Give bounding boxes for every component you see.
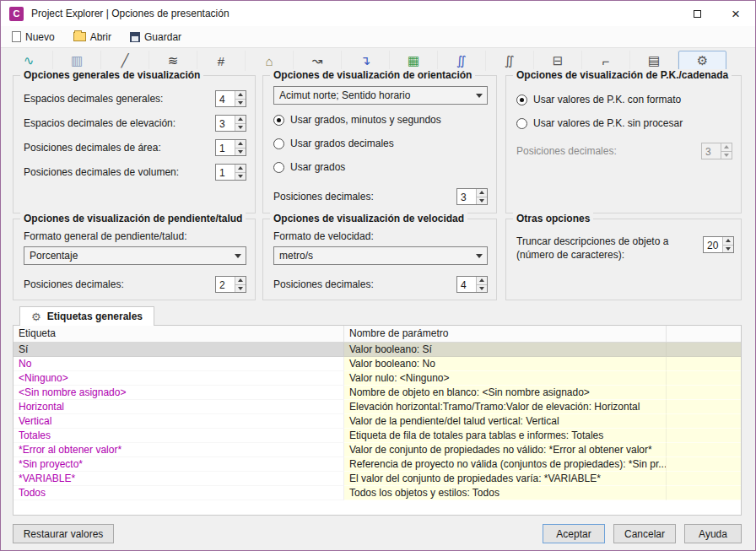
radio-grados-decimales[interactable]: Usar grados decimales xyxy=(273,137,394,150)
spin-down-button[interactable] xyxy=(723,246,733,253)
table-row[interactable]: <Ninguno>Valor nulo: <Ninguno> xyxy=(14,371,741,386)
table-row[interactable]: <Sin nombre asignado>Nombre de objeto en… xyxy=(14,386,741,400)
column-header-etiqueta[interactable]: Etiqueta xyxy=(14,326,344,342)
radio-pk-sin-procesar[interactable]: Usar valores de P.K. sin procesar xyxy=(516,116,683,130)
corridors-tab[interactable]: ≋ xyxy=(149,51,197,71)
spinner-value[interactable]: 1 xyxy=(216,140,235,155)
etiqueta-cell[interactable]: *Sin proyecto* xyxy=(14,457,344,472)
spin-down-button[interactable] xyxy=(235,124,246,132)
truncate-spinner[interactable]: 20 xyxy=(703,236,734,253)
table-row[interactable]: *VARIABLE*El valor del conjunto de propi… xyxy=(14,472,741,486)
table-row[interactable]: TodosTodos los objetos y estilos: Todos xyxy=(14,486,741,500)
spin-down-button[interactable] xyxy=(235,285,246,293)
etiqueta-cell[interactable]: No xyxy=(14,357,344,371)
table-row[interactable]: NoValor booleano: No xyxy=(14,357,741,371)
etiqueta-cell[interactable]: Horizontal xyxy=(14,400,344,414)
column-header-parametro[interactable]: Nombre de parámetro xyxy=(344,326,667,342)
extra-cell xyxy=(667,443,741,457)
survey-tab[interactable]: ⊟ xyxy=(534,51,582,71)
close-button[interactable]: × xyxy=(716,1,755,26)
restore-values-button[interactable]: Restaurar valores xyxy=(13,524,114,543)
accept-button[interactable]: Aceptar xyxy=(543,524,605,543)
pipe-networks-tab[interactable]: ↴ xyxy=(342,51,390,71)
table-row[interactable]: SíValor booleano: Sí xyxy=(14,343,741,357)
spinner-value[interactable]: 4 xyxy=(216,91,235,106)
cancel-button[interactable]: Cancelar xyxy=(613,524,676,543)
tab-etiquetas-generales[interactable]: ⚙ Etiquetas generales xyxy=(19,306,154,326)
spin-up-button[interactable] xyxy=(477,277,487,285)
open-button[interactable]: Abrir xyxy=(71,30,114,45)
profile-views-tab[interactable]: ▥ xyxy=(53,51,101,71)
alignments-tab[interactable]: ∿ xyxy=(5,51,53,71)
table-header: Etiqueta Nombre de parámetro xyxy=(14,326,741,343)
slope-decimals-spinner[interactable]: 2 xyxy=(215,276,246,293)
elevation-decimals-spinner[interactable]: 3 xyxy=(215,115,246,132)
orientation-decimals-spinner[interactable]: 3 xyxy=(456,188,488,205)
spinner-value[interactable]: 4 xyxy=(457,277,476,292)
pressure-networks-tab[interactable]: ▦ xyxy=(390,51,438,71)
etiqueta-cell[interactable]: Sí xyxy=(14,343,344,357)
table-row[interactable]: TotalesEtiqueta de fila de totales para … xyxy=(14,429,741,443)
spin-up-button[interactable] xyxy=(477,189,487,197)
slope-format-dropdown[interactable]: Porcentaje xyxy=(24,246,246,265)
help-button[interactable]: Ayuda xyxy=(684,524,742,543)
field-label: Posiciones decimales: xyxy=(273,278,374,290)
grading-tab[interactable]: ⌂ xyxy=(246,51,294,71)
spin-down-button[interactable] xyxy=(477,197,487,205)
orientation-dropdown[interactable]: Acimut norte; Sentido horario xyxy=(273,86,488,105)
spin-down-button[interactable] xyxy=(235,149,246,156)
etiqueta-cell[interactable]: *VARIABLE* xyxy=(14,472,344,486)
spin-down-button[interactable] xyxy=(235,173,246,181)
etiqueta-cell[interactable]: <Ninguno> xyxy=(14,371,344,386)
table-row[interactable]: HorizontalElevación horizontal:Tramo/Tra… xyxy=(14,400,741,414)
etiqueta-cell[interactable]: <Sin nombre asignado> xyxy=(14,386,344,400)
etiqueta-cell[interactable]: *Error al obtener valor* xyxy=(14,443,344,457)
maximize-button[interactable] xyxy=(678,1,716,26)
speed-format-dropdown[interactable]: metro/s xyxy=(273,246,488,265)
spinner-value[interactable]: 3 xyxy=(457,189,476,204)
parametro-cell: Valor booleano: Sí xyxy=(344,343,667,357)
radio-pk-con-formato[interactable]: Usar valores de P.K. con formato xyxy=(516,93,681,106)
spin-up-button[interactable] xyxy=(235,165,246,173)
save-button[interactable]: Guardar xyxy=(127,30,184,45)
table-row[interactable]: VerticalValor de la pendiente/del talud … xyxy=(14,414,741,429)
feature-lines-tab[interactable]: ↝ xyxy=(294,51,342,71)
etiqueta-cell[interactable]: Totales xyxy=(14,429,344,443)
spinner-value[interactable]: 20 xyxy=(704,237,722,252)
new-button[interactable]: Nuevo xyxy=(9,30,57,45)
expressions-tab[interactable]: ∬ xyxy=(486,51,534,71)
speed-decimals-spinner[interactable]: 4 xyxy=(456,276,488,293)
spinner-value[interactable]: 1 xyxy=(216,165,235,180)
etiqueta-cell[interactable]: Vertical xyxy=(14,414,344,429)
extra-cell xyxy=(667,386,741,400)
spin-up-button[interactable] xyxy=(235,140,246,149)
table-row[interactable]: *Sin proyecto*Referencia de proyecto no … xyxy=(14,457,741,472)
reports-tab[interactable]: ▤ xyxy=(630,51,678,71)
spinner-value[interactable]: 2 xyxy=(216,277,235,292)
arrow-down-icon xyxy=(238,126,243,129)
parcels-tab[interactable]: # xyxy=(197,51,246,71)
profiles-tab[interactable]: ╱ xyxy=(101,51,149,71)
chevron-down-icon[interactable] xyxy=(230,254,246,258)
area-decimals-spinner[interactable]: 1 xyxy=(215,139,246,156)
general-decimals-spinner[interactable]: 4 xyxy=(215,90,246,107)
chevron-down-icon[interactable] xyxy=(472,94,487,98)
chevron-down-icon[interactable] xyxy=(472,254,487,258)
etiqueta-cell[interactable]: Todos xyxy=(14,486,344,500)
spin-up-button[interactable] xyxy=(235,277,246,285)
structures-tab[interactable]: ⌐ xyxy=(582,51,630,71)
labels-tab[interactable]: ∬ xyxy=(438,51,486,71)
radio-icon xyxy=(516,118,527,129)
table-row[interactable]: *Error al obtener valor*Valor de conjunt… xyxy=(14,443,741,457)
spinner-value[interactable]: 3 xyxy=(216,116,235,131)
spin-down-button[interactable] xyxy=(235,100,246,107)
settings-tab[interactable]: ⚙ xyxy=(678,51,726,71)
radio-grados[interactable]: Usar grados xyxy=(273,160,345,174)
spin-down-button[interactable] xyxy=(477,285,487,293)
spin-up-button[interactable] xyxy=(723,237,733,246)
volume-decimals-spinner[interactable]: 1 xyxy=(215,164,246,181)
spin-up-button[interactable] xyxy=(235,116,246,124)
radio-grados-minutos-segundos[interactable]: Usar grados, minutos y segundos xyxy=(273,113,441,127)
spin-up-button[interactable] xyxy=(235,91,246,100)
parametro-cell: Nombre de objeto en blanco: <Sin nombre … xyxy=(344,386,667,400)
